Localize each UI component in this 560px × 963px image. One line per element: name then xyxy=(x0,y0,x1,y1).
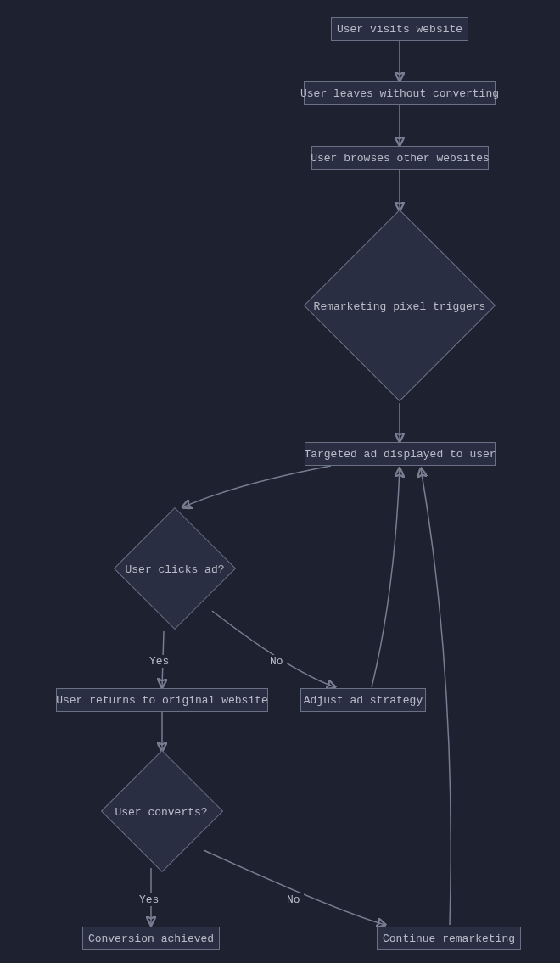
node-label: Conversion achieved xyxy=(88,932,214,945)
node-continue-remarketing: Continue remarketing xyxy=(377,927,521,950)
node-label: User leaves without converting xyxy=(300,87,499,100)
node-label: User browses other websites xyxy=(311,152,490,165)
edge-label-no-2: No xyxy=(283,893,304,906)
edge-label-yes-2: Yes xyxy=(136,893,162,906)
node-label: Targeted ad displayed to user xyxy=(304,448,496,461)
node-leaves-without-converting: User leaves without converting xyxy=(304,81,496,105)
node-label: User converts? xyxy=(115,806,207,819)
node-label: Remarketing pixel triggers xyxy=(314,300,486,313)
edge-label-no-1: No xyxy=(266,655,287,668)
node-conversion-achieved: Conversion achieved xyxy=(82,927,220,950)
node-label: User returns to original website xyxy=(56,694,268,707)
node-label: Adjust ad strategy xyxy=(304,694,423,707)
node-adjust-ad-strategy: Adjust ad strategy xyxy=(300,688,426,712)
node-label: User visits website xyxy=(337,23,462,36)
node-targeted-ad: Targeted ad displayed to user xyxy=(305,442,496,466)
node-label: User clicks ad? xyxy=(125,563,224,576)
node-returns-original: User returns to original website xyxy=(56,688,268,712)
node-browses-other-websites: User browses other websites xyxy=(311,146,489,170)
node-label: Continue remarketing xyxy=(383,932,515,945)
edge-label-yes-1: Yes xyxy=(146,655,172,668)
node-visits-website: User visits website xyxy=(331,17,468,41)
flowchart-edges xyxy=(0,0,560,963)
